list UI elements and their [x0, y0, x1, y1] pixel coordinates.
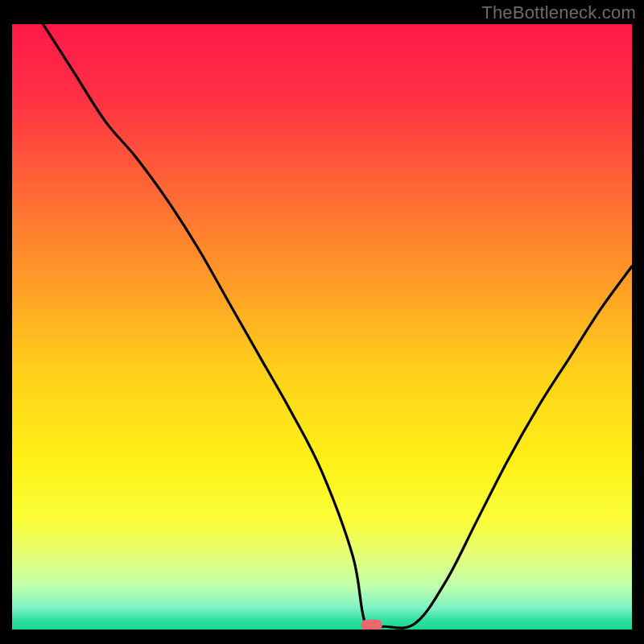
- chart-frame: { "watermark": "TheBottleneck.com", "cha…: [0, 0, 644, 644]
- plot-background: [12, 24, 632, 630]
- watermark-text: TheBottleneck.com: [481, 2, 636, 23]
- bottleneck-chart: [0, 0, 644, 644]
- optimum-marker: [361, 620, 382, 631]
